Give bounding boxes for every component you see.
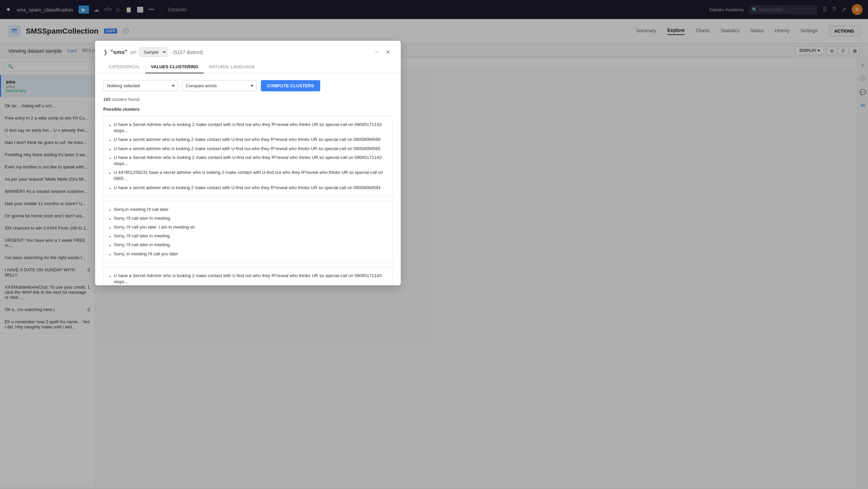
modal-window-controls: − ✕ bbox=[373, 48, 393, 57]
clusters-count-text: 183 clusters found. bbox=[103, 97, 393, 102]
cluster-group-2: ● Sorry,in meeting I'll call later ● Sor… bbox=[103, 201, 393, 263]
cluster-text: U have a Secret Admirer who is looking 2… bbox=[114, 155, 387, 167]
bullet-icon: ● bbox=[109, 156, 111, 161]
close-button[interactable]: ✕ bbox=[383, 48, 393, 57]
cluster-text: U 447801259231 have a secret admirer who… bbox=[114, 169, 387, 182]
cluster-item: ● Sorry, I'll call later in meeting. bbox=[109, 240, 387, 249]
bullet-icon: ● bbox=[109, 234, 111, 239]
cluster-text: Sorry, I'll call you later. I am in meet… bbox=[114, 224, 196, 230]
possible-clusters-label: Possible clusters bbox=[103, 107, 393, 112]
bullet-icon: ● bbox=[109, 208, 111, 213]
bullet-icon: ● bbox=[109, 225, 111, 230]
bullet-icon: ● bbox=[109, 243, 111, 248]
tab-natural-language[interactable]: NATURAL LANGUAGE bbox=[204, 61, 260, 73]
cluster-text: Sorry, in meeting I'll call you later bbox=[114, 251, 178, 257]
bullet-icon: ● bbox=[109, 217, 111, 221]
modal-on-text: on bbox=[130, 49, 137, 56]
cluster-text: U have a Secret Admirer who is looking 2… bbox=[114, 122, 387, 134]
modal-header: ❯ "sms" on Sample - (5157 distinct) − ✕ bbox=[95, 41, 401, 57]
bullet-icon: ● bbox=[109, 147, 111, 152]
compare-words-dropdown[interactable]: Compare words bbox=[182, 80, 257, 91]
sample-select[interactable]: Sample bbox=[139, 48, 167, 57]
cluster-item: ● Sorry, I'll call later In meeting. bbox=[109, 214, 387, 223]
expand-arrow-icon[interactable]: ❯ bbox=[103, 49, 108, 55]
modal-body: Nothing selected Compare words COMPUTE C… bbox=[95, 73, 401, 285]
bullet-icon: ● bbox=[109, 186, 111, 191]
tab-values-clustering[interactable]: VALUES CLUSTERING bbox=[145, 61, 204, 73]
cluster-group-3: ● U have a Secret Admirer who is looking… bbox=[103, 267, 393, 285]
controls-row: Nothing selected Compare words COMPUTE C… bbox=[103, 80, 393, 91]
values-clustering-modal: ❯ "sms" on Sample - (5157 distinct) − ✕ … bbox=[95, 41, 401, 285]
cluster-text: Sorry, I'll call later In meeting. bbox=[114, 215, 171, 221]
cluster-item: ● U have a Secret Admirer who is looking… bbox=[109, 120, 387, 135]
bullet-icon: ● bbox=[109, 274, 111, 279]
cluster-item: ● U have a secret admirer who is looking… bbox=[109, 144, 387, 153]
cluster-item: ● Sorry,in meeting I'll call later bbox=[109, 205, 387, 214]
cluster-text: Sorry, I'll call later in meeting bbox=[114, 233, 170, 239]
bullet-icon: ● bbox=[109, 138, 111, 143]
cluster-item: ● Sorry, I'll call later in meeting bbox=[109, 232, 387, 240]
modal-column-name: "sms" bbox=[110, 49, 127, 56]
cluster-text: U have a Secret Admirer who is looking 2… bbox=[114, 273, 387, 285]
cluster-item: ● U have a secret admirer who is looking… bbox=[109, 183, 387, 192]
modal-overlay: ❯ "sms" on Sample - (5157 distinct) − ✕ … bbox=[0, 0, 868, 489]
distinct-count: - (5157 distinct) bbox=[170, 50, 203, 55]
cluster-item: ● U 447801259231 have a secret admirer w… bbox=[109, 168, 387, 183]
bullet-icon: ● bbox=[109, 123, 111, 128]
tab-categorical[interactable]: CATEGORICAL bbox=[103, 61, 145, 73]
minimize-button[interactable]: − bbox=[373, 48, 381, 57]
clusters-number: 183 bbox=[103, 97, 111, 102]
modal-title: ❯ "sms" on Sample - (5157 distinct) bbox=[103, 48, 369, 57]
bullet-icon: ● bbox=[109, 171, 111, 176]
cluster-text: U have a secret admirer who is looking 2… bbox=[114, 185, 380, 191]
cluster-text: U have a secret admirer who is looking 2… bbox=[114, 137, 380, 143]
cluster-item: ● Sorry, I'll call you later. I am in me… bbox=[109, 223, 387, 232]
nothing-selected-dropdown[interactable]: Nothing selected bbox=[103, 80, 178, 91]
cluster-item: ● U have a Secret Admirer who is looking… bbox=[109, 153, 387, 168]
cluster-group-1: ● U have a Secret Admirer who is looking… bbox=[103, 116, 393, 197]
cluster-item: ● U have a Secret Admirer who is looking… bbox=[109, 271, 387, 285]
cluster-text: Sorry, I'll call later in meeting. bbox=[114, 242, 171, 248]
cluster-text: U have a secret admirer who is looking 2… bbox=[114, 146, 380, 152]
modal-tabs: CATEGORICAL VALUES CLUSTERING NATURAL LA… bbox=[95, 61, 401, 73]
cluster-item: ● Sorry, in meeting I'll call you later bbox=[109, 250, 387, 258]
compute-clusters-button[interactable]: COMPUTE CLUSTERS bbox=[261, 80, 320, 91]
cluster-item: ● U have a secret admirer who is looking… bbox=[109, 135, 387, 144]
cluster-text: Sorry,in meeting I'll call later bbox=[114, 206, 168, 213]
bullet-icon: ● bbox=[109, 252, 111, 257]
